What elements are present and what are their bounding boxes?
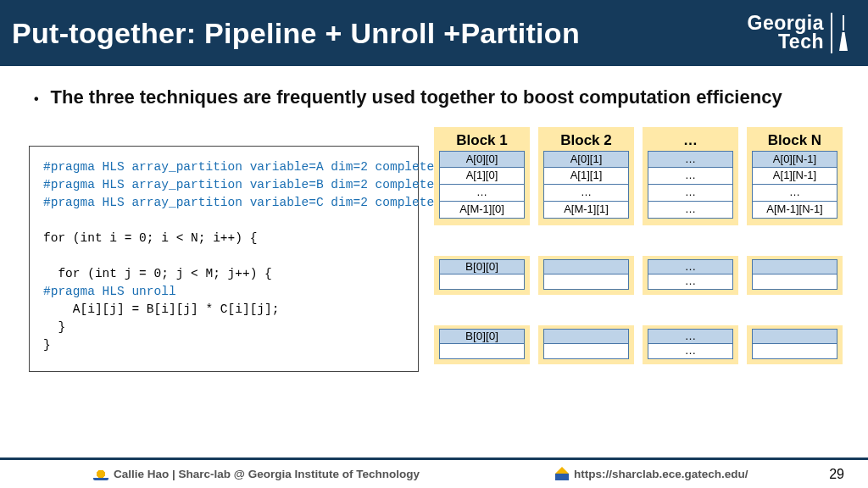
main-bullet: • The three techniques are frequently us… bbox=[34, 86, 843, 112]
logo-line2: Tech bbox=[748, 33, 824, 52]
block-1: Block 1 A[0][0] A[1][0] … A[M-1][0] bbox=[434, 127, 530, 225]
slide-title: Put-together: Pipeline + Unroll +Partiti… bbox=[12, 17, 580, 50]
logo-tower-icon bbox=[839, 15, 848, 51]
b-block-2 bbox=[538, 256, 634, 295]
b-block-1: B[0][0] bbox=[434, 256, 530, 295]
c-block-ellipsis: … … bbox=[643, 325, 738, 364]
c-block-1: B[0][0] bbox=[434, 325, 530, 364]
c-block-n bbox=[747, 325, 843, 364]
page-number: 29 bbox=[829, 467, 844, 482]
slide-footer: Callie Hao | Sharc-lab @ Georgia Institu… bbox=[0, 458, 868, 488]
bullet-text: The three techniques are frequently used… bbox=[51, 86, 782, 108]
home-icon bbox=[555, 469, 569, 480]
block-n: Block N A[0][N-1] A[1][N-1] … A[M-1][N-1… bbox=[747, 127, 843, 225]
blocks-row-a: Block 1 A[0][0] A[1][0] … A[M-1][0] Bloc… bbox=[434, 127, 843, 225]
blocks-row-c: B[0][0] … … bbox=[434, 325, 843, 364]
bee-icon bbox=[93, 469, 108, 480]
c-block-2 bbox=[538, 325, 634, 364]
b-block-n bbox=[747, 256, 843, 295]
block-ellipsis: … … … … … bbox=[643, 127, 738, 225]
footer-author: Callie Hao | Sharc-lab @ Georgia Institu… bbox=[93, 468, 420, 480]
footer-link: https://sharclab.ece.gatech.edu/ bbox=[555, 468, 748, 480]
b-block-ellipsis: … … bbox=[643, 256, 738, 295]
gatech-logo: Georgia Tech bbox=[748, 13, 848, 53]
slide-header: Put-together: Pipeline + Unroll +Partiti… bbox=[0, 0, 868, 66]
block-2: Block 2 A[0][1] A[1][1] … A[M-1][1] bbox=[538, 127, 634, 225]
code-listing: #pragma HLS array_partition variable=A d… bbox=[29, 146, 419, 372]
bullet-dot-icon: • bbox=[34, 86, 39, 112]
blocks-row-b: B[0][0] … … bbox=[434, 256, 843, 295]
logo-divider bbox=[831, 13, 832, 53]
